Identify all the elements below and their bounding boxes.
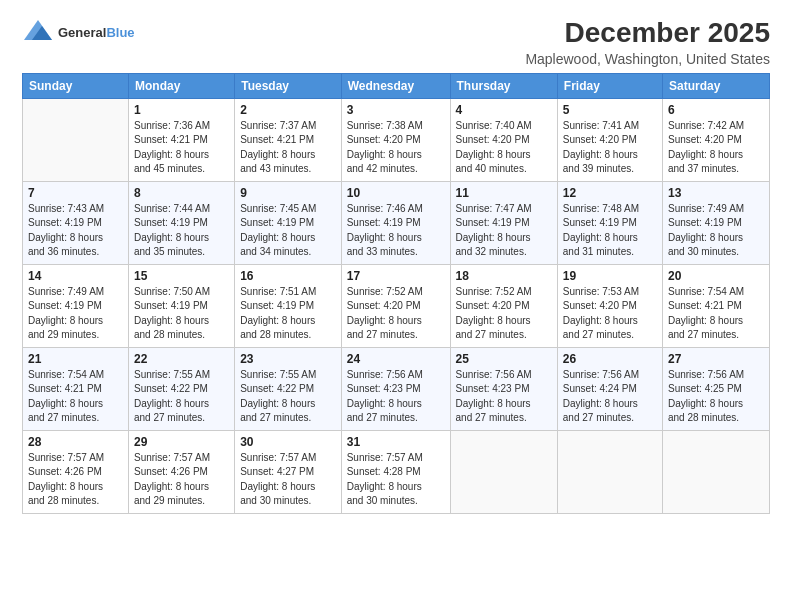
day-number: 4: [456, 103, 552, 117]
calendar-cell: 10Sunrise: 7:46 AM Sunset: 4:19 PM Dayli…: [341, 181, 450, 264]
calendar-table: SundayMondayTuesdayWednesdayThursdayFrid…: [22, 73, 770, 514]
calendar-cell: 5Sunrise: 7:41 AM Sunset: 4:20 PM Daylig…: [557, 98, 662, 181]
day-number: 29: [134, 435, 229, 449]
logo-general: GeneralBlue: [58, 23, 135, 41]
calendar-cell: [450, 430, 557, 513]
day-number: 30: [240, 435, 336, 449]
day-number: 6: [668, 103, 764, 117]
day-number: 20: [668, 269, 764, 283]
day-info: Sunrise: 7:56 AM Sunset: 4:23 PM Dayligh…: [456, 368, 552, 426]
day-number: 27: [668, 352, 764, 366]
calendar-cell: 23Sunrise: 7:55 AM Sunset: 4:22 PM Dayli…: [235, 347, 342, 430]
week-row-2: 14Sunrise: 7:49 AM Sunset: 4:19 PM Dayli…: [23, 264, 770, 347]
day-number: 22: [134, 352, 229, 366]
calendar-cell: 29Sunrise: 7:57 AM Sunset: 4:26 PM Dayli…: [128, 430, 234, 513]
day-info: Sunrise: 7:52 AM Sunset: 4:20 PM Dayligh…: [347, 285, 445, 343]
day-info: Sunrise: 7:55 AM Sunset: 4:22 PM Dayligh…: [240, 368, 336, 426]
day-number: 21: [28, 352, 123, 366]
day-number: 8: [134, 186, 229, 200]
calendar-cell: 22Sunrise: 7:55 AM Sunset: 4:22 PM Dayli…: [128, 347, 234, 430]
calendar-cell: [23, 98, 129, 181]
day-info: Sunrise: 7:41 AM Sunset: 4:20 PM Dayligh…: [563, 119, 657, 177]
day-info: Sunrise: 7:54 AM Sunset: 4:21 PM Dayligh…: [668, 285, 764, 343]
header: GeneralBlue December 2025 Maplewood, Was…: [22, 18, 770, 67]
calendar-cell: [662, 430, 769, 513]
calendar-cell: 25Sunrise: 7:56 AM Sunset: 4:23 PM Dayli…: [450, 347, 557, 430]
day-number: 15: [134, 269, 229, 283]
calendar-cell: 21Sunrise: 7:54 AM Sunset: 4:21 PM Dayli…: [23, 347, 129, 430]
calendar-cell: 26Sunrise: 7:56 AM Sunset: 4:24 PM Dayli…: [557, 347, 662, 430]
day-info: Sunrise: 7:45 AM Sunset: 4:19 PM Dayligh…: [240, 202, 336, 260]
day-info: Sunrise: 7:53 AM Sunset: 4:20 PM Dayligh…: [563, 285, 657, 343]
day-number: 14: [28, 269, 123, 283]
day-info: Sunrise: 7:52 AM Sunset: 4:20 PM Dayligh…: [456, 285, 552, 343]
day-number: 19: [563, 269, 657, 283]
calendar-cell: 30Sunrise: 7:57 AM Sunset: 4:27 PM Dayli…: [235, 430, 342, 513]
day-number: 12: [563, 186, 657, 200]
weekday-header-row: SundayMondayTuesdayWednesdayThursdayFrid…: [23, 73, 770, 98]
calendar-cell: 16Sunrise: 7:51 AM Sunset: 4:19 PM Dayli…: [235, 264, 342, 347]
calendar-cell: 18Sunrise: 7:52 AM Sunset: 4:20 PM Dayli…: [450, 264, 557, 347]
day-info: Sunrise: 7:56 AM Sunset: 4:25 PM Dayligh…: [668, 368, 764, 426]
weekday-wednesday: Wednesday: [341, 73, 450, 98]
day-info: Sunrise: 7:57 AM Sunset: 4:26 PM Dayligh…: [28, 451, 123, 509]
day-info: Sunrise: 7:57 AM Sunset: 4:28 PM Dayligh…: [347, 451, 445, 509]
day-number: 7: [28, 186, 123, 200]
main-title: December 2025: [525, 18, 770, 49]
calendar-cell: 3Sunrise: 7:38 AM Sunset: 4:20 PM Daylig…: [341, 98, 450, 181]
day-info: Sunrise: 7:40 AM Sunset: 4:20 PM Dayligh…: [456, 119, 552, 177]
day-info: Sunrise: 7:48 AM Sunset: 4:19 PM Dayligh…: [563, 202, 657, 260]
day-info: Sunrise: 7:57 AM Sunset: 4:26 PM Dayligh…: [134, 451, 229, 509]
title-block: December 2025 Maplewood, Washington, Uni…: [525, 18, 770, 67]
calendar-cell: 13Sunrise: 7:49 AM Sunset: 4:19 PM Dayli…: [662, 181, 769, 264]
day-info: Sunrise: 7:51 AM Sunset: 4:19 PM Dayligh…: [240, 285, 336, 343]
weekday-thursday: Thursday: [450, 73, 557, 98]
day-info: Sunrise: 7:43 AM Sunset: 4:19 PM Dayligh…: [28, 202, 123, 260]
calendar-cell: 17Sunrise: 7:52 AM Sunset: 4:20 PM Dayli…: [341, 264, 450, 347]
calendar-cell: 4Sunrise: 7:40 AM Sunset: 4:20 PM Daylig…: [450, 98, 557, 181]
calendar-cell: [557, 430, 662, 513]
day-info: Sunrise: 7:36 AM Sunset: 4:21 PM Dayligh…: [134, 119, 229, 177]
day-info: Sunrise: 7:56 AM Sunset: 4:24 PM Dayligh…: [563, 368, 657, 426]
logo-text: GeneralBlue: [58, 23, 135, 41]
weekday-saturday: Saturday: [662, 73, 769, 98]
weekday-sunday: Sunday: [23, 73, 129, 98]
calendar-cell: 24Sunrise: 7:56 AM Sunset: 4:23 PM Dayli…: [341, 347, 450, 430]
calendar-cell: 15Sunrise: 7:50 AM Sunset: 4:19 PM Dayli…: [128, 264, 234, 347]
calendar-cell: 1Sunrise: 7:36 AM Sunset: 4:21 PM Daylig…: [128, 98, 234, 181]
logo: GeneralBlue: [22, 18, 135, 46]
day-info: Sunrise: 7:49 AM Sunset: 4:19 PM Dayligh…: [668, 202, 764, 260]
day-number: 13: [668, 186, 764, 200]
calendar-cell: 12Sunrise: 7:48 AM Sunset: 4:19 PM Dayli…: [557, 181, 662, 264]
day-number: 1: [134, 103, 229, 117]
calendar-cell: 7Sunrise: 7:43 AM Sunset: 4:19 PM Daylig…: [23, 181, 129, 264]
logo-icon: [22, 18, 54, 46]
weekday-monday: Monday: [128, 73, 234, 98]
day-number: 28: [28, 435, 123, 449]
calendar-cell: 28Sunrise: 7:57 AM Sunset: 4:26 PM Dayli…: [23, 430, 129, 513]
day-info: Sunrise: 7:47 AM Sunset: 4:19 PM Dayligh…: [456, 202, 552, 260]
day-number: 3: [347, 103, 445, 117]
calendar-cell: 6Sunrise: 7:42 AM Sunset: 4:20 PM Daylig…: [662, 98, 769, 181]
calendar-cell: 20Sunrise: 7:54 AM Sunset: 4:21 PM Dayli…: [662, 264, 769, 347]
calendar-cell: 14Sunrise: 7:49 AM Sunset: 4:19 PM Dayli…: [23, 264, 129, 347]
day-info: Sunrise: 7:50 AM Sunset: 4:19 PM Dayligh…: [134, 285, 229, 343]
calendar-cell: 31Sunrise: 7:57 AM Sunset: 4:28 PM Dayli…: [341, 430, 450, 513]
day-number: 24: [347, 352, 445, 366]
week-row-4: 28Sunrise: 7:57 AM Sunset: 4:26 PM Dayli…: [23, 430, 770, 513]
weekday-friday: Friday: [557, 73, 662, 98]
day-number: 5: [563, 103, 657, 117]
week-row-3: 21Sunrise: 7:54 AM Sunset: 4:21 PM Dayli…: [23, 347, 770, 430]
day-info: Sunrise: 7:38 AM Sunset: 4:20 PM Dayligh…: [347, 119, 445, 177]
day-number: 31: [347, 435, 445, 449]
calendar-cell: 11Sunrise: 7:47 AM Sunset: 4:19 PM Dayli…: [450, 181, 557, 264]
day-info: Sunrise: 7:49 AM Sunset: 4:19 PM Dayligh…: [28, 285, 123, 343]
page: GeneralBlue December 2025 Maplewood, Was…: [0, 0, 792, 612]
day-number: 17: [347, 269, 445, 283]
day-info: Sunrise: 7:56 AM Sunset: 4:23 PM Dayligh…: [347, 368, 445, 426]
subtitle: Maplewood, Washington, United States: [525, 51, 770, 67]
day-info: Sunrise: 7:57 AM Sunset: 4:27 PM Dayligh…: [240, 451, 336, 509]
day-info: Sunrise: 7:55 AM Sunset: 4:22 PM Dayligh…: [134, 368, 229, 426]
calendar-header: SundayMondayTuesdayWednesdayThursdayFrid…: [23, 73, 770, 98]
day-number: 2: [240, 103, 336, 117]
